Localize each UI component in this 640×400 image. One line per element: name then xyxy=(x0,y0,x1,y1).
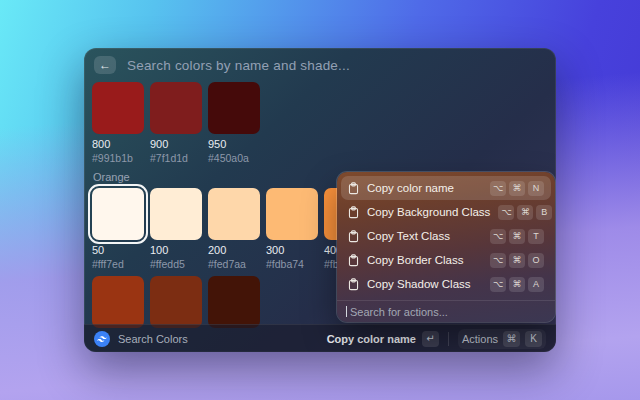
key-badge: ⌘ xyxy=(509,229,525,244)
actions-search-placeholder: Search for actions... xyxy=(350,306,448,318)
key-badge: A xyxy=(528,277,544,292)
color-swatch[interactable] xyxy=(92,276,144,328)
swatch-cell xyxy=(150,276,202,328)
text-caret xyxy=(346,306,347,317)
shortcut-keys: ⌥⌘N xyxy=(490,181,544,196)
primary-action-button[interactable]: Copy color name xyxy=(327,333,416,345)
swatch-hex-label: #fdba74 xyxy=(266,258,318,270)
swatch-hex-label: #fff7ed xyxy=(92,258,144,270)
key-badge: ⌥ xyxy=(498,205,514,220)
swatch-shade-label: 950 xyxy=(208,138,260,150)
swatch-hex-label: #7f1d1d xyxy=(150,152,202,164)
key-badge: ⌘ xyxy=(509,181,525,196)
color-swatch[interactable] xyxy=(266,188,318,240)
footer-divider xyxy=(448,332,449,346)
key-badge: ⌥ xyxy=(490,277,506,292)
swatch-hex-label: #450a0a xyxy=(208,152,260,164)
color-swatch[interactable] xyxy=(208,82,260,134)
shortcut-keys: ⌥⌘A xyxy=(490,277,544,292)
color-swatch[interactable] xyxy=(92,188,144,240)
swatch-shade-label: 800 xyxy=(92,138,144,150)
menu-item[interactable]: Copy Border Class⌥⌘O xyxy=(341,248,551,272)
shortcut-keys: ⌥⌘T xyxy=(490,229,544,244)
return-key-badge: ↵ xyxy=(422,331,439,347)
desktop-background: ← Search colors by name and shade... 800… xyxy=(0,0,640,400)
swatch-cell: 200#fed7aa xyxy=(208,188,260,270)
actions-menu-items: Copy color name⌥⌘NCopy Background Class⌥… xyxy=(337,172,555,300)
swatch-cell: 800#991b1b xyxy=(92,82,144,164)
swatch-hex-label: #fed7aa xyxy=(208,258,260,270)
app-title: Search Colors xyxy=(118,333,188,345)
key-badge: B xyxy=(536,205,552,220)
swatch-row: 800#991b1b900#7f1d1d950#450a0a xyxy=(92,82,548,164)
search-input[interactable]: Search colors by name and shade... xyxy=(127,58,350,73)
menu-item-label: Copy color name xyxy=(367,182,482,194)
swatch-cell: 900#7f1d1d xyxy=(150,82,202,164)
swatch-cell xyxy=(208,276,260,328)
key-badge: N xyxy=(528,181,544,196)
arrow-left-icon: ← xyxy=(99,59,111,71)
menu-item[interactable]: Copy Background Class⌥⌘B xyxy=(341,200,551,224)
swatch-shade-label: 200 xyxy=(208,244,260,256)
menu-item-label: Copy Shadow Class xyxy=(367,278,482,290)
key-badge: O xyxy=(528,253,544,268)
shortcut-keys: ⌥⌘O xyxy=(490,253,544,268)
status-bar: Search Colors Copy color name ↵ Actions … xyxy=(84,324,556,352)
swatch-shade-label: 50 xyxy=(92,244,144,256)
key-badge: ⌥ xyxy=(490,229,506,244)
cmd-key-badge: ⌘ xyxy=(503,331,520,347)
swatch-cell xyxy=(92,276,144,328)
shortcut-keys: ⌥⌘B xyxy=(498,205,552,220)
actions-button-label: Actions xyxy=(462,333,498,345)
clipboard-icon xyxy=(348,182,359,195)
clipboard-icon xyxy=(348,254,359,267)
search-bar[interactable]: ← Search colors by name and shade... xyxy=(84,48,556,82)
color-swatch[interactable] xyxy=(150,82,202,134)
menu-item[interactable]: Copy Text Class⌥⌘T xyxy=(341,224,551,248)
swatch-shade-label: 100 xyxy=(150,244,202,256)
actions-menu: Copy color name⌥⌘NCopy Background Class⌥… xyxy=(337,172,555,322)
actions-button[interactable]: Actions ⌘ K xyxy=(458,329,546,349)
color-swatch[interactable] xyxy=(150,276,202,328)
menu-item-label: Copy Text Class xyxy=(367,230,482,242)
swatch-cell: 100#ffedd5 xyxy=(150,188,202,270)
swatch-shade-label: 300 xyxy=(266,244,318,256)
swatch-shade-label: 900 xyxy=(150,138,202,150)
menu-item-label: Copy Border Class xyxy=(367,254,482,266)
menu-item-label: Copy Background Class xyxy=(367,206,490,218)
clipboard-icon xyxy=(348,230,359,243)
menu-item[interactable]: Copy Shadow Class⌥⌘A xyxy=(341,272,551,296)
menu-item[interactable]: Copy color name⌥⌘N xyxy=(341,176,551,200)
clipboard-icon xyxy=(348,206,359,219)
color-swatch[interactable] xyxy=(208,188,260,240)
swatch-hex-label: #ffedd5 xyxy=(150,258,202,270)
clipboard-icon xyxy=(348,278,359,291)
key-badge: ⌥ xyxy=(490,181,506,196)
color-swatch[interactable] xyxy=(92,82,144,134)
footer-actions: Copy color name ↵ Actions ⌘ K xyxy=(327,329,546,349)
tailwind-logo-icon xyxy=(94,331,110,347)
key-badge: ⌥ xyxy=(490,253,506,268)
swatch-cell: 300#fdba74 xyxy=(266,188,318,270)
color-swatch[interactable] xyxy=(150,188,202,240)
key-badge: T xyxy=(528,229,544,244)
key-badge: ⌘ xyxy=(509,277,525,292)
actions-search-input[interactable]: Search for actions... xyxy=(337,300,555,322)
key-badge: ⌘ xyxy=(517,205,533,220)
swatch-hex-label: #991b1b xyxy=(92,152,144,164)
search-colors-window: ← Search colors by name and shade... 800… xyxy=(84,48,556,352)
swatch-cell: 950#450a0a xyxy=(208,82,260,164)
back-button[interactable]: ← xyxy=(94,56,116,74)
k-key-badge: K xyxy=(525,331,542,347)
key-badge: ⌘ xyxy=(509,253,525,268)
color-swatch[interactable] xyxy=(208,276,260,328)
swatch-cell: 50#fff7ed xyxy=(92,188,144,270)
